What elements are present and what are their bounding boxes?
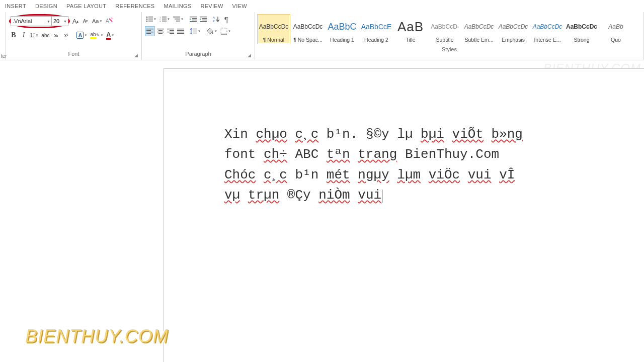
style-tile--normal[interactable]: AaBbCcDc¶ Normal xyxy=(257,14,290,44)
style-tile-strong[interactable]: AaBbCcDcStrong xyxy=(565,14,598,44)
style-tile-emphasis[interactable]: AaBbCcDcEmphasis xyxy=(497,14,530,44)
ribbon: ter◢ .VnArial▼ 20▼ A▴ A▾ Aa▼ A B I U▼ ab… xyxy=(0,12,644,60)
style-preview: AaBbCcD xyxy=(431,17,459,37)
font-group-label: Font xyxy=(9,50,138,59)
svg-rect-45 xyxy=(221,28,227,34)
increase-indent-button[interactable] xyxy=(199,14,208,24)
chevron-down-icon: ▼ xyxy=(47,20,50,23)
sort-button[interactable]: AZ xyxy=(212,14,221,24)
font-name-combo[interactable]: .VnArial▼ xyxy=(11,16,52,26)
italic-button[interactable]: I xyxy=(19,30,28,40)
style-name-label: Title xyxy=(406,37,415,43)
style-preview: AaBbCcDc xyxy=(464,17,494,37)
svg-rect-23 xyxy=(200,21,207,22)
align-left-button[interactable] xyxy=(145,26,155,36)
tab-mailings[interactable]: MAILINGS xyxy=(164,3,191,9)
svg-text:A: A xyxy=(213,16,215,19)
document-area: BIENTHUY.COM Xin chµo c¸c b¹n. §©y lµ bµ… xyxy=(0,60,644,362)
text-effects-button[interactable]: A▼ xyxy=(75,30,88,40)
svg-rect-2 xyxy=(148,17,153,18)
tab-view[interactable]: VIEW xyxy=(232,3,247,9)
style-name-label: Quo xyxy=(611,37,621,43)
multilevel-list-button[interactable]: ▼ xyxy=(172,14,185,24)
style-name-label: Subtitle xyxy=(436,37,453,43)
svg-rect-36 xyxy=(167,32,174,32)
superscript-button[interactable]: x xyxy=(61,30,70,40)
show-hide-button[interactable]: ¶ xyxy=(222,14,231,24)
svg-rect-6 xyxy=(148,21,153,22)
align-right-button[interactable] xyxy=(166,26,175,36)
style-tile-intense-e-[interactable]: AaBbCcDcIntense E... xyxy=(531,14,564,44)
paragraph-launcher-icon[interactable]: ◢ xyxy=(248,53,254,59)
decrease-indent-button[interactable] xyxy=(189,14,198,24)
svg-rect-17 xyxy=(192,18,197,19)
style-preview: AaBbCcDc xyxy=(566,17,597,37)
svg-rect-30 xyxy=(157,29,164,29)
highlight-button[interactable]: ab✎▼ xyxy=(89,30,104,40)
svg-rect-37 xyxy=(170,33,174,34)
borders-button[interactable]: ▼ xyxy=(219,26,232,36)
ribbon-tabs: INSERT DESIGN PAGE LAYOUT REFERENCES MAI… xyxy=(0,0,644,12)
numbering-button[interactable]: 123▼ xyxy=(158,14,171,24)
bold-button[interactable]: B xyxy=(9,30,18,40)
svg-rect-4 xyxy=(148,19,153,20)
style-name-label: Heading 1 xyxy=(330,37,354,43)
text-cursor xyxy=(382,190,382,203)
document-body[interactable]: Xin chµo c¸c b¹n. §©y lµ bµi viÕt b»ng f… xyxy=(224,124,624,205)
style-preview: AaBbCcDc xyxy=(259,17,289,37)
tab-review[interactable]: REVIEW xyxy=(200,3,223,9)
svg-rect-27 xyxy=(146,30,151,31)
grow-font-button[interactable]: A▴ xyxy=(71,16,80,26)
justify-button[interactable] xyxy=(176,26,185,36)
style-name-label: Intense E... xyxy=(534,37,560,43)
bullets-button[interactable]: ▼ xyxy=(145,14,157,24)
font-highlight-circle: .VnArial▼ 20▼ xyxy=(9,14,70,28)
svg-rect-8 xyxy=(162,17,167,18)
paragraph-group-label: Paragraph xyxy=(145,50,252,59)
style-tile--no-spac-[interactable]: AaBbCcDc¶ No Spac... xyxy=(291,14,325,44)
page[interactable]: Xin chµo c¸c b¹n. §©y lµ bµi viÕt b»ng f… xyxy=(164,68,644,362)
style-tile-title[interactable]: AaBTitle xyxy=(394,14,427,44)
clipboard-fragment: ter◢ xyxy=(0,12,6,60)
svg-rect-21 xyxy=(202,18,207,19)
underline-button[interactable]: U▼ xyxy=(29,30,39,40)
tab-insert[interactable]: INSERT xyxy=(5,3,26,9)
svg-text:3: 3 xyxy=(159,20,161,22)
style-tile-subtitle[interactable]: AaBbCcDSubtitle xyxy=(428,14,461,44)
svg-rect-46 xyxy=(221,34,227,35)
svg-point-5 xyxy=(146,21,148,22)
change-case-button[interactable]: Aa▼ xyxy=(91,16,103,26)
styles-group: AaBbCcDc¶ NormalAaBbCcDc¶ No Spac...AaBb… xyxy=(255,12,644,60)
line-spacing-button[interactable]: ▼ xyxy=(189,26,202,36)
svg-point-3 xyxy=(146,19,148,20)
style-tile-heading-1[interactable]: AaBbCHeading 1 xyxy=(326,14,359,44)
font-color-button[interactable]: A▼ xyxy=(105,30,115,40)
watermark-bottom: BIENTHUY.COM xyxy=(25,326,169,347)
align-center-button[interactable] xyxy=(156,26,165,36)
svg-rect-22 xyxy=(202,20,207,20)
svg-rect-14 xyxy=(175,19,180,20)
svg-rect-35 xyxy=(170,30,174,31)
strikethrough-button[interactable]: abc xyxy=(40,30,50,40)
style-tile-heading-2[interactable]: AaBbCcEHeading 2 xyxy=(360,14,393,44)
tab-references[interactable]: REFERENCES xyxy=(115,3,154,9)
svg-text:Z: Z xyxy=(213,20,215,23)
svg-rect-26 xyxy=(146,29,153,29)
shrink-font-button[interactable]: A▾ xyxy=(81,16,90,26)
styles-group-label: Styles xyxy=(257,45,641,54)
svg-rect-40 xyxy=(177,32,184,32)
tab-design[interactable]: DESIGN xyxy=(35,3,57,9)
font-size-combo[interactable]: 20▼ xyxy=(51,16,68,26)
style-preview: AaBbCcDc xyxy=(533,17,562,37)
style-preview: AaBbCcE xyxy=(361,17,392,37)
shading-button[interactable]: ▼ xyxy=(206,26,218,36)
svg-rect-32 xyxy=(157,32,164,32)
style-tile-quo[interactable]: AaBbQuo xyxy=(599,14,632,44)
subscript-button[interactable]: x xyxy=(51,30,60,40)
font-launcher-icon[interactable]: ◢ xyxy=(134,53,140,59)
tab-page-layout[interactable]: PAGE LAYOUT xyxy=(66,3,106,9)
svg-rect-13 xyxy=(173,17,180,18)
clear-formatting-button[interactable]: A xyxy=(104,16,114,26)
chevron-down-icon: ▼ xyxy=(63,20,67,23)
style-tile-subtle-em-[interactable]: AaBbCcDcSubtle Em... xyxy=(462,14,496,44)
